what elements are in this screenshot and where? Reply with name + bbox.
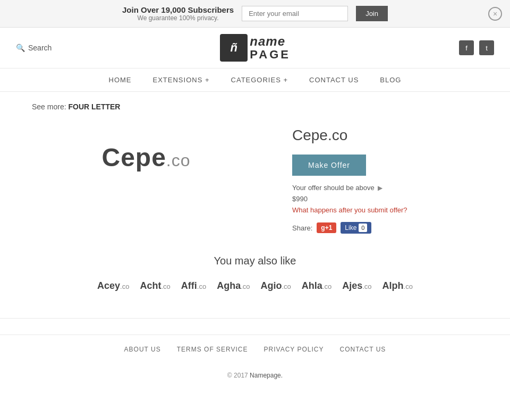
suggestion-tld: .co [161, 282, 170, 290]
logo[interactable]: ñ name PAGE [220, 34, 291, 62]
footer-link[interactable]: PRIVACY POLICY [264, 346, 324, 353]
make-offer-button[interactable]: Make Offer [292, 155, 366, 176]
footer-copyright: © 2017 Namepage. [0, 364, 510, 387]
search-label: Search [28, 44, 52, 52]
main-content: See more: FOUR LETTER Cepe.co Cepe.co Ma… [0, 92, 510, 318]
suggestion-item[interactable]: Affi.co [181, 280, 206, 292]
search-button[interactable]: 🔍 Search [16, 44, 52, 52]
banner-text: Join Over 19,000 Subscribers We guarante… [122, 5, 234, 22]
banner-title: Join Over 19,000 Subscribers [122, 5, 234, 14]
twitter-icon[interactable]: t [479, 40, 494, 55]
share-label: Share: [292, 224, 312, 232]
close-banner-button[interactable]: × [488, 7, 502, 21]
domain-logo-area: Cepe.co [32, 122, 260, 193]
suggestion-item[interactable]: Acht.co [140, 280, 170, 292]
logo-page: PAGE [250, 48, 291, 61]
footer-link[interactable]: TERMS OF SERVICE [177, 346, 248, 353]
offer-price: $990 [292, 195, 478, 203]
nav-blog[interactable]: BLOG [380, 76, 401, 84]
footer-link[interactable]: ABOUT US [124, 346, 161, 353]
see-more-prefix: See more: [32, 102, 66, 111]
domain-info: Cepe.co Make Offer Your offer should be … [292, 122, 478, 234]
suggestion-item[interactable]: Acey.co [97, 280, 129, 292]
suggestion-item[interactable]: Agio.co [260, 280, 291, 292]
logo-icon: ñ [220, 34, 248, 62]
fb-like-count: 0 [359, 224, 367, 232]
social-icons: f t [459, 40, 494, 55]
domain-title: Cepe.co [292, 127, 478, 144]
share-row: Share: g+1 Like 0 [292, 222, 478, 234]
see-more-bar: See more: FOUR LETTER [32, 102, 478, 111]
suggestion-item[interactable]: Agha.co [217, 280, 250, 292]
logo-name: name [250, 35, 291, 48]
see-more-link[interactable]: FOUR LETTER [68, 102, 120, 111]
suggestion-tld: .co [322, 282, 332, 290]
fb-like-label: Like [345, 224, 356, 232]
domain-logo-tld: .co [166, 151, 191, 170]
offer-info-text: Your offer should be above ▶ [292, 184, 478, 192]
suggestion-item[interactable]: Ajes.co [342, 280, 371, 292]
may-also-like-title: You may also like [32, 255, 478, 267]
copyright-link[interactable]: Namepage. [250, 372, 283, 379]
search-icon: 🔍 [16, 44, 25, 52]
facebook-icon[interactable]: f [459, 40, 474, 55]
join-button[interactable]: Join [356, 6, 388, 21]
suggestion-tld: .co [120, 282, 129, 290]
suggestion-tld: .co [404, 282, 413, 290]
nav-extensions[interactable]: EXTENSIONS + [153, 76, 210, 84]
suggestion-tld: .co [197, 282, 206, 290]
nav-categories[interactable]: CATEGORIES + [231, 76, 288, 84]
nav-home[interactable]: HOME [109, 76, 132, 84]
domain-logo-name: Cepe [101, 143, 166, 172]
domain-suggestions: Acey.coAcht.coAffi.coAgha.coAgio.coAhla.… [32, 280, 478, 292]
suggestion-tld: .co [241, 282, 250, 290]
nav-contact[interactable]: CONTACT US [309, 76, 359, 84]
footer-links: ABOUT USTERMS OF SERVICEPRIVACY POLICYCO… [0, 335, 510, 364]
suggestion-item[interactable]: Alph.co [382, 280, 413, 292]
suggestion-item[interactable]: Ahla.co [302, 280, 332, 292]
facebook-like-button[interactable]: Like 0 [341, 222, 371, 234]
top-banner: Join Over 19,000 Subscribers We guarante… [0, 0, 510, 28]
copyright-text: © 2017 [227, 372, 250, 379]
footer-divider [0, 318, 510, 319]
header: 🔍 Search ñ name PAGE f t [0, 28, 510, 68]
navigation: HOME EXTENSIONS + CATEGORIES + CONTACT U… [0, 68, 510, 92]
offer-link[interactable]: What happens after you submit offer? [292, 206, 478, 214]
domain-display: Cepe.co Cepe.co Make Offer Your offer sh… [32, 122, 478, 234]
banner-subtitle: We guarantee 100% privacy. [122, 14, 234, 22]
logo-text: name PAGE [250, 35, 291, 62]
suggestion-tld: .co [282, 282, 291, 290]
may-also-like-section: You may also like Acey.coAcht.coAffi.coA… [32, 255, 478, 292]
banner-email-input[interactable] [242, 6, 348, 21]
footer-link[interactable]: CONTACT US [339, 346, 386, 353]
offer-arrow-icon: ▶ [378, 184, 382, 192]
domain-logo-text: Cepe.co [101, 143, 190, 172]
suggestion-tld: .co [362, 282, 371, 290]
google-plus-button[interactable]: g+1 [317, 222, 336, 233]
